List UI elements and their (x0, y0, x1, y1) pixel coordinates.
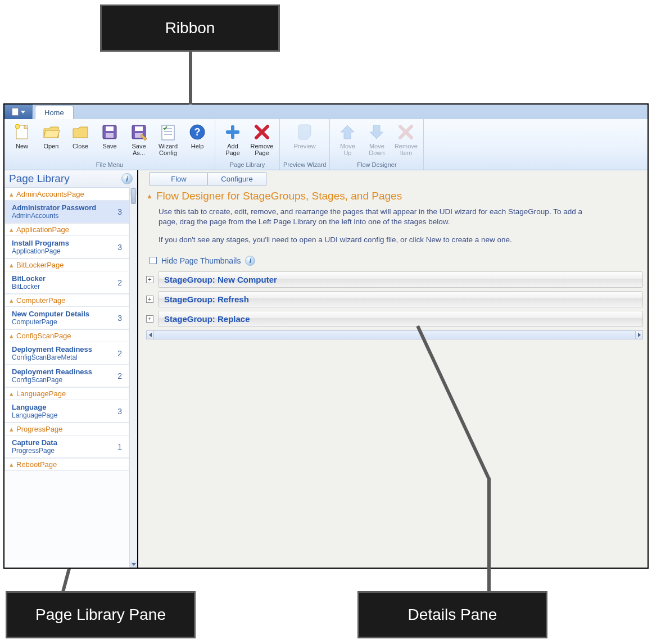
save-as-button[interactable]: Save As... (125, 121, 153, 160)
help-button[interactable]: ? Help (183, 121, 211, 160)
svg-rect-7 (135, 126, 143, 131)
library-group-header[interactable]: ▴RebootPage (4, 458, 129, 471)
move-up-button[interactable]: Move Up (333, 121, 361, 160)
expand-icon[interactable]: + (146, 315, 153, 323)
button-label: Help (191, 143, 204, 149)
ribbon-body: New Open Close (4, 119, 648, 170)
preview-button[interactable]: Preview (286, 121, 323, 160)
chevron-up-icon: ▴ (8, 391, 14, 397)
scrollbar-vertical[interactable] (129, 187, 137, 568)
library-item[interactable]: Deployment ReadinessConfigScanPage2 (4, 365, 129, 387)
wizard-config-icon (159, 123, 178, 142)
library-group-name: ComputerPage (16, 296, 65, 305)
remove-icon (396, 123, 415, 142)
system-menu-button[interactable] (4, 105, 33, 119)
add-page-button[interactable]: Add Page (219, 121, 247, 160)
scrollbar-thumb[interactable] (131, 188, 136, 204)
remove-item-button[interactable]: Remove Item (392, 121, 420, 160)
library-item-title: Language (12, 403, 57, 411)
svg-rect-4 (106, 126, 114, 131)
library-item-count: 1 (117, 442, 124, 451)
flow-title: Flow Designer for StageGroups, Stages, a… (156, 190, 402, 202)
save-button[interactable]: Save (96, 121, 124, 160)
move-down-button[interactable]: Move Down (363, 121, 391, 160)
library-item-subtitle: ConfigScanPage (12, 376, 92, 384)
library-group-header[interactable]: ▴ComputerPage (4, 294, 129, 307)
library-item-subtitle: ApplicationPage (12, 247, 69, 255)
button-label: Remove Page (251, 143, 274, 156)
ribbon-group-file-menu: New Open Close (4, 119, 215, 170)
library-group-name: ApplicationPage (16, 225, 69, 234)
hide-thumbnails-checkbox[interactable] (150, 257, 157, 264)
stagegroup-bar[interactable]: StageGroup: Replace (158, 311, 643, 327)
library-item-title: Capture Data (12, 438, 57, 447)
wizard-config-button[interactable]: Wizard Config (154, 121, 182, 160)
library-item-title: BitLocker (12, 274, 46, 283)
library-item[interactable]: Capture DataProgressPage1 (4, 436, 129, 458)
library-group-header[interactable]: ▴ProgressPage (4, 423, 129, 436)
button-label: Open (44, 143, 59, 149)
chevron-up-icon: ▴ (8, 298, 14, 303)
library-item-subtitle: ComputerPage (12, 318, 89, 326)
app-window: Home New Open (3, 103, 649, 569)
stagegroup-bar[interactable]: StageGroup: Refresh (158, 291, 643, 307)
tab-flow[interactable]: Flow (150, 173, 208, 185)
callout-line (487, 478, 491, 592)
library-group-header[interactable]: ▴ApplicationPage (4, 223, 129, 236)
info-icon[interactable]: i (121, 173, 133, 184)
new-button[interactable]: New (8, 121, 36, 160)
library-item-count: 2 (117, 349, 124, 358)
new-icon (12, 123, 31, 142)
page-library-list: ▴AdminAccountsPageAdministrator Password… (4, 188, 129, 568)
svg-text:?: ? (194, 126, 201, 138)
library-group-header[interactable]: ▴LanguagePage (4, 387, 129, 400)
chevron-down-icon (21, 111, 25, 114)
library-group-header[interactable]: ▴AdminAccountsPage (4, 188, 129, 201)
scrollbar-horizontal[interactable] (146, 330, 643, 339)
library-group-name: LanguagePage (16, 389, 66, 398)
button-label: Add Page (225, 143, 240, 156)
preview-icon (295, 123, 314, 142)
document-icon (12, 108, 19, 116)
open-button[interactable]: Open (37, 121, 65, 160)
help-icon: ? (188, 123, 207, 142)
library-item-title: Install Programs (12, 239, 69, 247)
library-item[interactable]: Install ProgramsApplicationPage3 (4, 236, 129, 258)
library-item[interactable]: New Computer DetailsComputerPage3 (4, 307, 129, 329)
scroll-down-icon[interactable] (130, 560, 137, 568)
remove-page-button[interactable]: Remove Page (248, 121, 276, 160)
library-item[interactable]: Deployment ReadinessConfigScanBareMetal2 (4, 342, 129, 365)
tab-home[interactable]: Home (35, 106, 74, 119)
callout-page-library-pane: Page Library Pane (6, 591, 196, 638)
button-label: Wizard Config (159, 143, 178, 156)
library-item-title: New Computer Details (12, 310, 89, 318)
scroll-left-icon[interactable] (146, 330, 154, 339)
info-icon[interactable]: i (245, 256, 255, 266)
library-item-subtitle: BitLocker (12, 283, 46, 291)
ribbon-group-label: Page Library (230, 160, 265, 170)
scrollbar-track[interactable] (154, 330, 635, 339)
save-icon (100, 123, 119, 142)
ribbon-group-label: Flow Designer (357, 160, 396, 170)
button-label: Move Down (369, 143, 384, 156)
details-tabs: Flow Configure (150, 173, 648, 185)
stagegroup-bar[interactable]: StageGroup: New Computer (158, 271, 643, 288)
library-item-subtitle: AdminAccounts (12, 212, 96, 220)
tab-configure[interactable]: Configure (208, 173, 266, 185)
ribbon-tabstrip: Home (4, 105, 648, 119)
scroll-right-icon[interactable] (635, 330, 643, 339)
button-label: Save (102, 143, 116, 149)
library-group-header[interactable]: ▴BitLockerPage (4, 258, 129, 271)
folder-icon (71, 123, 90, 142)
library-item[interactable]: LanguageLanguagePage3 (4, 400, 129, 423)
library-group-name: RebootPage (16, 460, 57, 469)
chevron-up-icon[interactable]: ▲ (146, 192, 153, 200)
close-button[interactable]: Close (66, 121, 94, 160)
library-item[interactable]: Administrator PasswordAdminAccounts3 (4, 201, 129, 223)
library-group-header[interactable]: ▴ConfigScanPage (4, 329, 129, 342)
library-item-count: 3 (117, 407, 124, 416)
arrow-down-icon (367, 123, 386, 142)
expand-icon[interactable]: + (146, 296, 153, 303)
library-item[interactable]: BitLockerBitLocker2 (4, 271, 129, 294)
expand-icon[interactable]: + (146, 276, 153, 283)
